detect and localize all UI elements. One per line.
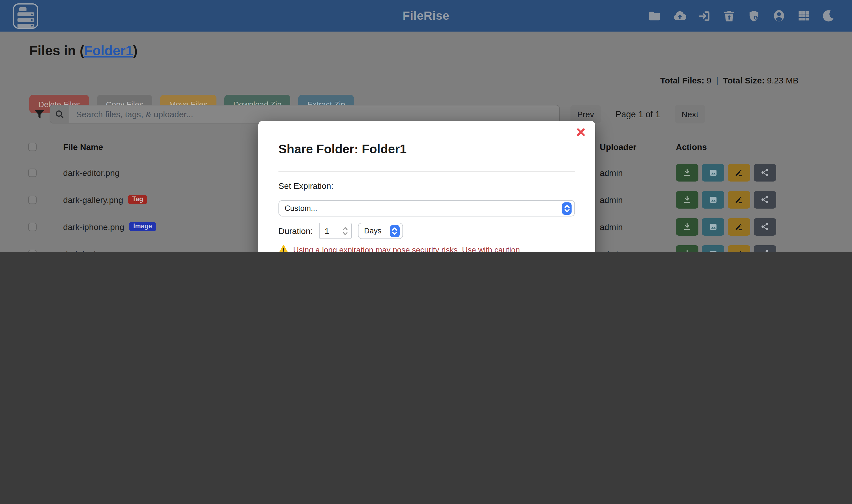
dark-mode-moon-icon[interactable] — [821, 9, 835, 22]
uploader-name: admin — [586, 249, 665, 252]
file-badge: Tag — [128, 195, 147, 204]
page-title: Files in (Folder1) — [29, 43, 138, 59]
file-badge: Image — [129, 222, 156, 231]
file-name: dark-editor.png — [63, 168, 120, 177]
preview-image-button[interactable] — [702, 191, 724, 208]
edit-button[interactable] — [728, 191, 750, 208]
share-button[interactable] — [754, 245, 776, 252]
share-button[interactable] — [754, 191, 776, 208]
share-folder-modal: Share Folder: Folder1 Set Expiration: Cu… — [258, 121, 595, 252]
preview-image-button[interactable] — [702, 218, 724, 235]
share-button[interactable] — [754, 164, 776, 181]
download-button[interactable] — [676, 218, 699, 235]
admin-shield-icon[interactable] — [747, 9, 761, 22]
row-checkbox[interactable] — [28, 195, 37, 204]
warning-icon — [278, 245, 289, 252]
navbar: FileRise — [0, 0, 852, 32]
file-name: dark-login.png — [63, 249, 117, 252]
column-actions: Actions — [665, 142, 830, 151]
uploader-name: admin — [586, 222, 665, 231]
select-stepper-icon — [562, 202, 572, 215]
expiration-label: Set Expiration: — [278, 181, 575, 191]
preview-image-button[interactable] — [702, 245, 724, 252]
user-icon[interactable] — [772, 9, 785, 22]
trash-restore-icon[interactable] — [722, 9, 736, 22]
row-checkbox[interactable] — [28, 222, 37, 231]
filter-icon[interactable] — [33, 108, 46, 121]
share-button[interactable] — [754, 218, 776, 235]
totals-summary: Total Files: 9 | Total Size: 9.23 MB — [660, 75, 798, 85]
search-input[interactable] — [69, 105, 559, 123]
download-button[interactable] — [676, 245, 699, 252]
expiration-select[interactable]: Custom... — [278, 200, 575, 216]
modal-title: Share Folder: Folder1 — [278, 142, 575, 157]
column-uploader: Uploader — [586, 142, 665, 151]
uploader-name: admin — [586, 195, 665, 204]
uploader-name: admin — [586, 168, 665, 177]
edit-button[interactable] — [728, 245, 750, 252]
app-root: FileRise — [0, 0, 852, 252]
apps-grid-icon[interactable] — [797, 9, 810, 22]
preview-image-button[interactable] — [702, 164, 724, 181]
number-spinner-icon — [342, 226, 348, 236]
edit-button[interactable] — [728, 164, 750, 181]
page-status: Page 1 of 1 — [616, 109, 660, 119]
download-button[interactable] — [676, 164, 699, 181]
duration-input[interactable] — [319, 223, 352, 239]
row-checkbox[interactable] — [28, 250, 37, 252]
edit-button[interactable] — [728, 218, 750, 235]
download-button[interactable] — [676, 191, 699, 208]
duration-label: Duration: — [278, 226, 313, 236]
next-page-button[interactable]: Next — [675, 105, 705, 124]
search-icon — [50, 105, 69, 123]
select-all-checkbox[interactable] — [28, 142, 37, 151]
row-checkbox[interactable] — [28, 168, 37, 177]
duration-unit-select[interactable]: Days — [358, 223, 403, 239]
column-file-name: File Name — [51, 142, 237, 151]
duration-row: Duration: Days — [278, 223, 575, 239]
file-name: dark-gallery.png — [63, 195, 123, 204]
folder-icon[interactable] — [648, 9, 661, 22]
select-stepper-icon — [390, 225, 400, 237]
expiration-warning: Using a long expiration may pose securit… — [278, 245, 575, 252]
close-icon[interactable] — [576, 127, 586, 138]
divider — [278, 172, 575, 172]
folder-breadcrumb-link[interactable]: Folder1 — [84, 43, 133, 58]
sign-in-icon[interactable] — [697, 9, 711, 22]
cloud-upload-icon[interactable] — [673, 9, 686, 22]
file-name: dark-iphone.png — [63, 222, 124, 231]
